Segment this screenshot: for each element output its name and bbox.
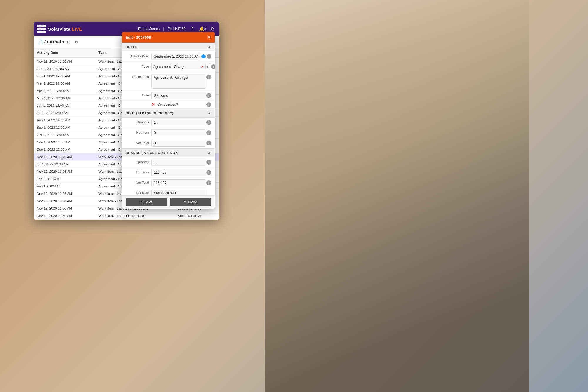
tax-rate-row: Tax Rate Standard VAT Standard VAT rate …: [122, 188, 215, 195]
tax-rate-value-area: Standard VAT Standard VAT rate used for …: [151, 190, 211, 195]
dialog-close-button[interactable]: ✕: [207, 35, 211, 40]
save-label: Save: [145, 200, 153, 204]
cost-quantity-row: Quantity i: [122, 118, 215, 128]
settings-icon[interactable]: ⚙: [209, 26, 216, 32]
tax-rate-display: Standard VAT Standard VAT rate used for …: [152, 190, 194, 195]
description-row: Description Agreement Charge i: [122, 72, 215, 91]
type-input[interactable]: [152, 63, 199, 70]
refresh-icon[interactable]: ↺: [74, 38, 79, 46]
note-label: Note: [126, 92, 149, 97]
table-cell-date: Mar 1, 2022 12:00 AM: [34, 80, 96, 87]
table-cell-date: Nov 12, 2020 11:30 AM: [34, 212, 96, 220]
table-cell-date: Apr 1, 2022 12:00 AM: [34, 87, 96, 95]
section-cost-header[interactable]: COST (IN BASE CURRENCY) ▲: [122, 109, 215, 118]
type-label: Type: [126, 63, 149, 68]
background-person: [265, 0, 529, 392]
type-dropdown-icon[interactable]: ▾: [205, 64, 210, 69]
cost-quantity-input[interactable]: [151, 119, 205, 126]
close-button-icon: ⊙: [183, 200, 186, 204]
description-textarea[interactable]: Agreement Charge: [151, 74, 205, 89]
charge-quantity-input[interactable]: [151, 159, 205, 166]
save-button[interactable]: ⟳ Save: [126, 198, 167, 206]
consolidate-label: Consolidate?: [157, 103, 178, 107]
note-row: Note i: [122, 91, 215, 101]
table-cell-desc: Sub-Total for W: [175, 212, 219, 220]
cost-net-item-input[interactable]: [151, 129, 205, 136]
note-input[interactable]: [151, 92, 205, 99]
close-button[interactable]: ⊙ Close: [170, 198, 211, 206]
date-dot-indicator: [201, 54, 206, 58]
type-row: Type ✕ ▾ i: [122, 62, 215, 72]
cost-net-item-value-area: i: [151, 129, 211, 136]
help-icon[interactable]: ?: [189, 26, 196, 32]
dialog-header: Edit - 1007009 ✕: [122, 32, 215, 43]
notification-icon[interactable]: 🔔0: [199, 26, 206, 32]
type-info-icon[interactable]: i: [211, 64, 215, 69]
charge-net-total-label: Net Total: [126, 179, 149, 184]
charge-net-item-value-area: i: [151, 169, 211, 176]
section-detail-chevron: ▲: [208, 45, 211, 49]
type-clear-icon[interactable]: ✕: [199, 64, 205, 69]
charge-quantity-info-icon[interactable]: i: [206, 160, 211, 165]
cost-net-total-info-icon[interactable]: i: [206, 141, 211, 145]
charge-net-total-input[interactable]: [151, 179, 205, 186]
table-cell-date: Nov 12, 2020 11:30 AM: [34, 58, 96, 65]
journal-dropdown-chevron[interactable]: ▾: [62, 40, 64, 44]
activity-date-value-area: i: [151, 53, 211, 60]
section-cost-chevron: ▲: [208, 111, 211, 115]
cost-net-total-value-area: i: [151, 140, 211, 147]
tenant-label: PA LIVE 60: [168, 27, 186, 31]
filter-icon[interactable]: ⊟: [66, 38, 72, 46]
cost-quantity-info-icon[interactable]: i: [206, 120, 211, 125]
table-row[interactable]: Nov 12, 2020 11:30 AMWork Item - Labour …: [34, 212, 219, 220]
consolidate-row: ✕ Consolidate? i: [122, 101, 215, 109]
app-brand: Solarvista LIVE: [48, 26, 82, 31]
charge-net-item-input[interactable]: [151, 169, 205, 176]
charge-net-total-info-icon[interactable]: i: [206, 180, 211, 185]
dialog-footer: ⟳ Save ⊙ Close: [122, 195, 215, 209]
dialog-title: Edit - 1007009: [126, 35, 151, 40]
save-icon: ⟳: [140, 200, 143, 204]
consolidate-x-icon[interactable]: ✕: [151, 102, 155, 107]
table-cell-date: Jan 1, 2022 12:00 AM: [34, 65, 96, 73]
table-cell-date: Dec 1, 2022 12:00 AM: [34, 146, 96, 153]
note-value-area: i: [151, 92, 211, 99]
journal-title-area: 📄 Journal ▾: [38, 39, 64, 45]
description-info-icon[interactable]: i: [206, 75, 211, 79]
user-label: Emma James: [138, 27, 160, 31]
activity-date-info-icon[interactable]: i: [207, 54, 211, 59]
close-label: Close: [188, 200, 197, 204]
note-info-icon[interactable]: i: [206, 93, 211, 98]
activity-date-input[interactable]: [151, 53, 200, 60]
table-cell-date: Nov 12, 2020 11:26 AM: [34, 168, 96, 175]
table-cell-date: Jun 1, 2022 12:00 AM: [34, 102, 96, 109]
document-icon: 📄: [38, 40, 43, 44]
journal-title: Journal: [44, 39, 61, 45]
table-cell-date: Nov 12, 2020 11:26 AM: [34, 153, 96, 161]
cost-net-total-label: Net Total: [126, 140, 149, 145]
cost-quantity-value-area: i: [151, 119, 211, 126]
cost-net-total-input[interactable]: [151, 140, 205, 147]
description-textarea-wrap: Agreement Charge i: [151, 73, 211, 89]
table-cell-date: Nov 12, 2020 11:26 AM: [34, 190, 96, 197]
section-charge-header[interactable]: CHARGE (IN BASE CURRENCY) ▲: [122, 148, 215, 157]
table-cell-date: Sep 1, 2022 12:00 AM: [34, 124, 96, 131]
table-cell-date: Jul 1, 2022 12:00 AM: [34, 109, 96, 117]
charge-net-item-info-icon[interactable]: i: [206, 170, 211, 175]
tax-rate-input-wrap: Standard VAT Standard VAT rate used for …: [151, 190, 205, 195]
table-cell-date: Nov 12, 2020 11:30 AM: [34, 197, 96, 205]
activity-date-label: Activity Date: [126, 53, 149, 58]
col-header-activity-date[interactable]: Activity Date: [34, 48, 96, 58]
tax-rate-label: Tax Rate: [126, 190, 149, 195]
grid-menu-icon[interactable]: [37, 25, 46, 33]
cost-net-item-info-icon[interactable]: i: [206, 130, 211, 135]
charge-quantity-label: Quantity: [126, 159, 149, 164]
activity-date-row: Activity Date i: [122, 51, 215, 62]
cost-net-total-row: Net Total i: [122, 138, 215, 148]
section-detail-header[interactable]: DETAIL ▲: [122, 43, 215, 51]
charge-net-item-row: Net Item i: [122, 167, 215, 178]
separator: |: [163, 27, 164, 31]
cost-net-item-label: Net Item: [126, 129, 149, 134]
consolidate-info-icon[interactable]: i: [206, 102, 211, 107]
section-charge-title: CHARGE (IN BASE CURRENCY): [126, 151, 179, 155]
